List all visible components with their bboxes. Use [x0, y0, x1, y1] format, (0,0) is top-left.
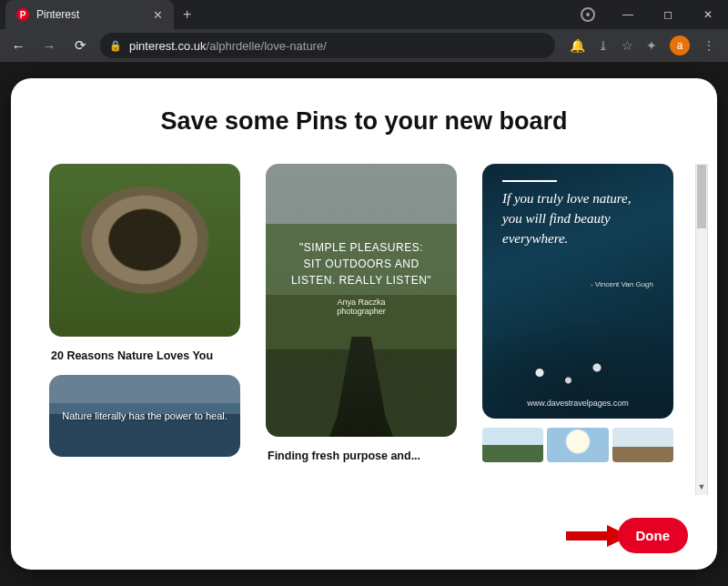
scrollbar-thumb[interactable]: [697, 165, 706, 228]
pin-title: Finding fresh purpose and...: [266, 446, 457, 466]
pin-card[interactable]: If you truly love nature, you will find …: [482, 164, 673, 419]
url-path: /alphrdelle/love-nature/: [207, 39, 327, 53]
browser-toolbar: ← → ⟳ 🔒 pinterest.co.uk/alphrdelle/love-…: [0, 29, 728, 62]
chrome-account-icon[interactable]: [568, 0, 608, 29]
back-button[interactable]: ←: [7, 38, 29, 54]
close-window-button[interactable]: ✕: [688, 0, 728, 29]
page-viewport: Save some Pins to your new board 20 Reas…: [0, 62, 728, 586]
modal-heading: Save some Pins to your new board: [11, 107, 717, 136]
close-tab-icon[interactable]: ✕: [153, 8, 163, 22]
pin-source-site: www.davestravelpages.com: [482, 399, 673, 408]
pin-thumbnails: [482, 428, 673, 462]
reload-button[interactable]: ⟳: [69, 37, 91, 54]
pin-quote-text: If you truly love nature, you will find …: [502, 189, 653, 248]
kebab-menu-icon[interactable]: ⋮: [703, 38, 715, 53]
maximize-button[interactable]: ◻: [648, 0, 688, 29]
window-titlebar: P Pinterest ✕ + — ◻ ✕: [0, 0, 728, 29]
decorative-bar: [502, 180, 557, 182]
profile-avatar[interactable]: a: [670, 35, 690, 56]
pins-grid: 20 Reasons Nature Loves You Nature liter…: [49, 164, 695, 515]
pin-thumbnail[interactable]: [612, 428, 673, 462]
pins-column: 20 Reasons Nature Loves You Nature liter…: [49, 164, 240, 515]
install-app-icon[interactable]: ⤓: [598, 38, 609, 53]
pins-column: If you truly love nature, you will find …: [482, 164, 673, 515]
pin-card[interactable]: Nature literally has the power to heal.: [49, 375, 240, 457]
vertical-scrollbar[interactable]: ▲ ▼: [695, 164, 708, 495]
pin-thumbnail[interactable]: [482, 428, 543, 462]
extensions-icon[interactable]: ✦: [646, 38, 657, 53]
browser-tab[interactable]: P Pinterest ✕: [5, 0, 174, 29]
lock-icon: 🔒: [109, 40, 122, 52]
bookmark-star-icon[interactable]: ☆: [622, 38, 633, 53]
new-tab-button[interactable]: +: [174, 6, 200, 23]
pin-foreground-graphic: [329, 337, 393, 437]
scroll-down-arrow[interactable]: ▼: [696, 482, 707, 495]
address-bar[interactable]: 🔒 pinterest.co.uk/alphrdelle/love-nature…: [100, 33, 555, 58]
done-button[interactable]: Done: [618, 518, 689, 553]
pin-card[interactable]: "SIMPLE PLEASURES: SIT OUTDOORS AND LIST…: [266, 164, 457, 437]
minimize-button[interactable]: —: [608, 0, 648, 29]
pin-attribution: - Vincent Van Gogh: [591, 280, 653, 288]
tab-title: Pinterest: [36, 8, 79, 21]
forward-button[interactable]: →: [38, 38, 60, 54]
pin-attribution-name: Anya Raczka: [337, 298, 386, 307]
pin-overlay-text: Nature literally has the power to heal.: [51, 410, 238, 421]
pin-card[interactable]: [49, 164, 240, 337]
pin-attribution-role: photographer: [337, 307, 386, 316]
pin-thumbnail[interactable]: [547, 428, 608, 462]
save-pins-modal: Save some Pins to your new board 20 Reas…: [11, 78, 717, 570]
pins-column: "SIMPLE PLEASURES: SIT OUTDOORS AND LIST…: [266, 164, 457, 515]
pin-quote-text: "SIMPLE PLEASURES: SIT OUTDOORS AND LIST…: [266, 239, 457, 288]
pinterest-favicon: P: [16, 8, 29, 21]
notifications-icon[interactable]: 🔔: [570, 38, 585, 53]
url-host: pinterest.co.uk: [129, 39, 207, 53]
pin-title: 20 Reasons Nature Loves You: [49, 346, 240, 366]
